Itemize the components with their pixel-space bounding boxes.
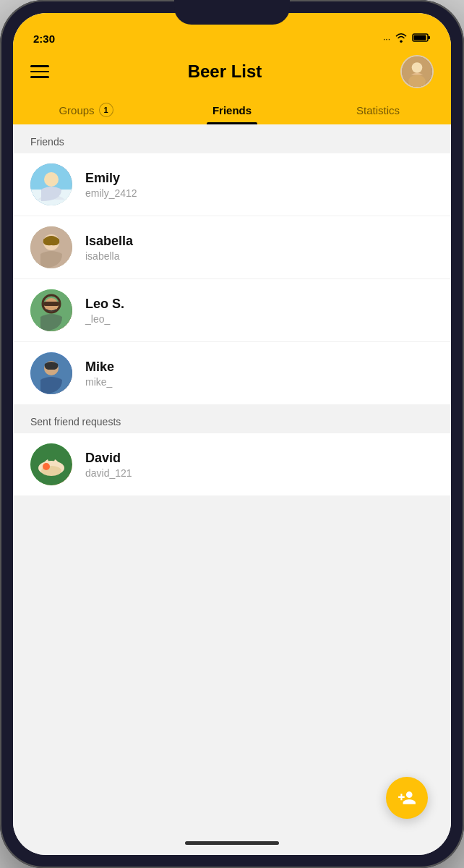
menu-button[interactable] bbox=[30, 65, 49, 78]
notch bbox=[174, 0, 290, 25]
friends-section-header: Friends bbox=[13, 124, 451, 153]
app-header: Beer List bbox=[13, 49, 451, 88]
list-item[interactable]: David david_121 bbox=[13, 433, 451, 495]
tab-groups[interactable]: Groups 1 bbox=[13, 95, 159, 124]
tab-friends[interactable]: Friends bbox=[159, 95, 305, 124]
content-area: Friends Emily em bbox=[13, 124, 451, 830]
status-time: 2:30 bbox=[33, 33, 55, 45]
friends-list: Emily emily_2412 I bbox=[13, 153, 451, 404]
add-friend-button[interactable] bbox=[386, 777, 428, 819]
svg-point-4 bbox=[412, 62, 423, 73]
friend-info: Leo S. _leo_ bbox=[85, 297, 124, 325]
avatar bbox=[30, 226, 72, 268]
svg-point-5 bbox=[408, 75, 426, 88]
tab-friends-label: Friends bbox=[212, 104, 252, 116]
avatar bbox=[30, 443, 72, 485]
phone-screen: 2:30 ··· bbox=[13, 13, 451, 855]
wifi-icon bbox=[395, 33, 408, 45]
status-icons: ··· bbox=[383, 33, 431, 45]
home-bar bbox=[185, 841, 279, 845]
home-indicator bbox=[13, 830, 451, 855]
app-title: Beer List bbox=[188, 61, 262, 82]
sent-requests-list: David david_121 bbox=[13, 433, 451, 495]
friend-info: Emily emily_2412 bbox=[85, 171, 137, 199]
friend-username: david_121 bbox=[85, 467, 132, 479]
svg-rect-14 bbox=[43, 302, 59, 306]
friend-username: emily_2412 bbox=[85, 187, 137, 199]
svg-point-8 bbox=[44, 172, 59, 187]
sent-requests-section-header: Sent friend requests bbox=[13, 404, 451, 433]
friend-info: Mike mike_ bbox=[85, 359, 114, 388]
friend-name: David bbox=[85, 451, 132, 466]
friend-info: David david_121 bbox=[85, 451, 132, 479]
friend-username: mike_ bbox=[85, 376, 114, 388]
avatar bbox=[30, 163, 72, 205]
avatar bbox=[30, 289, 72, 331]
phone-frame: 2:30 ··· bbox=[0, 0, 464, 868]
friend-info: Isabella isabella bbox=[85, 234, 133, 262]
tab-statistics[interactable]: Statistics bbox=[305, 95, 451, 124]
tab-statistics-label: Statistics bbox=[356, 104, 400, 116]
friend-name: Mike bbox=[85, 359, 114, 375]
list-item[interactable]: Leo S. _leo_ bbox=[13, 279, 451, 342]
avatar bbox=[30, 352, 72, 394]
friend-name: Emily bbox=[85, 171, 137, 186]
signal-icon: ··· bbox=[383, 34, 390, 44]
battery-icon bbox=[412, 33, 431, 45]
svg-rect-1 bbox=[428, 36, 430, 39]
tab-bar: Groups 1 Friends Statistics bbox=[13, 88, 451, 124]
svg-point-21 bbox=[43, 463, 50, 470]
user-avatar-button[interactable] bbox=[400, 55, 434, 88]
groups-badge: 1 bbox=[99, 103, 113, 117]
tab-groups-label: Groups bbox=[59, 104, 94, 116]
list-item[interactable]: Mike mike_ bbox=[13, 342, 451, 404]
friend-username: isabella bbox=[85, 250, 133, 262]
svg-rect-2 bbox=[414, 35, 426, 41]
user-avatar bbox=[402, 56, 432, 87]
friend-name: Isabella bbox=[85, 234, 133, 249]
list-item[interactable]: Emily emily_2412 bbox=[13, 153, 451, 216]
list-item[interactable]: Isabella isabella bbox=[13, 216, 451, 279]
friend-name: Leo S. bbox=[85, 297, 124, 312]
friend-username: _leo_ bbox=[85, 313, 124, 325]
